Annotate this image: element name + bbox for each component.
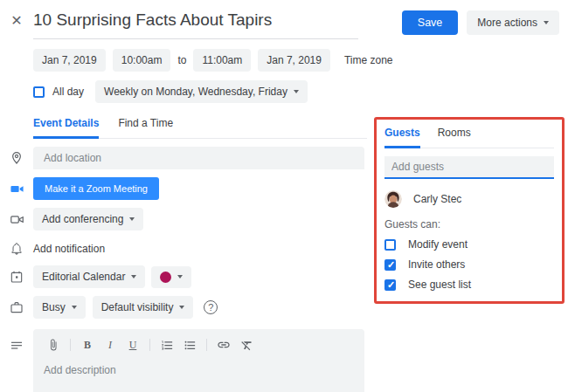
- description-placeholder[interactable]: Add description: [44, 364, 354, 376]
- add-notification-button[interactable]: Add notification: [33, 243, 105, 255]
- location-input[interactable]: [33, 147, 364, 169]
- end-date-chip[interactable]: Jan 7, 2019: [258, 49, 330, 72]
- bold-button[interactable]: B: [78, 336, 97, 354]
- chevron-down-icon: [544, 21, 549, 24]
- bell-icon: [0, 242, 33, 256]
- chevron-down-icon: [131, 275, 136, 279]
- description-lines-icon: [0, 338, 33, 352]
- calendar-icon: [0, 270, 33, 284]
- tab-find-a-time[interactable]: Find a Time: [118, 117, 173, 138]
- visibility-dropdown[interactable]: Default visibility: [93, 296, 194, 319]
- timezone-button[interactable]: Time zone: [344, 54, 393, 66]
- chevron-down-icon: [72, 306, 77, 309]
- video-camera-filled-icon: [0, 182, 33, 196]
- guests-can-label: Guests can:: [384, 218, 554, 230]
- busy-visibility-row: Busy Default visibility ?: [0, 296, 367, 319]
- allday-row: All day Weekly on Monday, Wednesday, Fri…: [33, 80, 568, 103]
- toolbar-separator: [206, 339, 207, 351]
- end-time-chip[interactable]: 11:00am: [193, 49, 251, 72]
- permission-label: Modify event: [408, 238, 468, 251]
- recurrence-value: Weekly on Monday, Wednesday, Friday: [104, 86, 287, 98]
- description-row: B I U: [0, 329, 367, 392]
- event-details-column: Event Details Find a Time Make it a Zoom…: [0, 117, 367, 392]
- insert-link-icon[interactable]: [214, 336, 233, 354]
- start-time-chip[interactable]: 10:00am: [113, 49, 171, 72]
- event-title-field[interactable]: 10 Surprising Facts About Tapirs: [33, 10, 358, 39]
- all-day-checkbox[interactable]: [33, 86, 45, 98]
- clear-formatting-icon[interactable]: [237, 336, 256, 354]
- event-title[interactable]: 10 Surprising Facts About Tapirs: [33, 10, 358, 30]
- header: ✕ 10 Surprising Facts About Tapirs Save …: [0, 0, 568, 39]
- visibility-label: Default visibility: [101, 301, 174, 313]
- zoom-meeting-row: Make it a Zoom Meeting: [0, 177, 367, 200]
- toolbar-separator: [149, 339, 150, 351]
- event-color-dot: [160, 272, 171, 283]
- detail-tabs: Event Details Find a Time: [33, 117, 367, 139]
- conferencing-label: Add conferencing: [42, 213, 123, 225]
- italic-button[interactable]: I: [100, 336, 120, 354]
- video-camera-outline-icon: [0, 212, 33, 227]
- underline-button[interactable]: U: [123, 336, 142, 354]
- see-guest-list-checkbox[interactable]: [384, 279, 396, 291]
- guests-panel-highlight: Guests Rooms Carly Stec Guests can: Modi…: [374, 117, 565, 304]
- description-editor[interactable]: B I U: [33, 329, 364, 392]
- guests-column: Guests Rooms Carly Stec Guests can: Modi…: [374, 117, 565, 304]
- modify-event-checkbox[interactable]: [384, 239, 396, 251]
- chevron-down-icon: [177, 275, 183, 279]
- chevron-down-icon: [294, 90, 299, 93]
- numbered-list-icon[interactable]: [157, 336, 177, 354]
- tab-guests[interactable]: Guests: [384, 127, 420, 148]
- permission-invite-others[interactable]: Invite others: [384, 258, 554, 271]
- add-guests-input[interactable]: [384, 156, 554, 179]
- tab-rooms[interactable]: Rooms: [438, 127, 471, 148]
- location-row: [0, 147, 367, 169]
- invite-others-checkbox[interactable]: [384, 259, 396, 271]
- bulleted-list-icon[interactable]: [180, 336, 199, 354]
- busy-dropdown[interactable]: Busy: [33, 296, 86, 319]
- all-day-label: All day: [52, 86, 84, 98]
- main: Event Details Find a Time Make it a Zoom…: [0, 117, 568, 392]
- attach-file-icon[interactable]: [44, 336, 63, 354]
- description-toolbar: B I U: [44, 336, 354, 354]
- chevron-down-icon: [129, 217, 135, 221]
- conferencing-row: Add conferencing: [0, 208, 367, 230]
- chevron-down-icon: [179, 306, 184, 309]
- more-actions-button[interactable]: More actions: [467, 10, 559, 35]
- save-button[interactable]: Save: [402, 10, 459, 35]
- permission-label: Invite others: [408, 258, 465, 271]
- tab-event-details[interactable]: Event Details: [33, 117, 99, 139]
- event-color-dropdown[interactable]: [151, 266, 191, 288]
- recurrence-dropdown[interactable]: Weekly on Monday, Wednesday, Friday: [95, 80, 308, 103]
- add-conferencing-dropdown[interactable]: Add conferencing: [33, 208, 143, 230]
- start-date-chip[interactable]: Jan 7, 2019: [33, 49, 106, 72]
- close-icon[interactable]: ✕: [9, 13, 24, 29]
- datetime-row: Jan 7, 2019 10:00am to 11:00am Jan 7, 20…: [33, 49, 568, 72]
- permission-modify-event[interactable]: Modify event: [384, 238, 554, 251]
- help-icon[interactable]: ?: [204, 300, 218, 314]
- make-zoom-meeting-button[interactable]: Make it a Zoom Meeting: [33, 177, 159, 200]
- permission-label: See guest list: [408, 279, 471, 291]
- calendar-select-dropdown[interactable]: Editorial Calendar: [33, 265, 145, 288]
- location-pin-icon: [0, 151, 33, 165]
- avatar: [384, 190, 402, 208]
- more-actions-label: More actions: [477, 17, 537, 29]
- notification-row: Add notification: [0, 242, 367, 256]
- guests-tabs: Guests Rooms: [384, 127, 554, 148]
- attendee-row: Carly Stec: [384, 190, 554, 208]
- calendar-select-label: Editorial Calendar: [42, 271, 125, 283]
- calendar-row: Editorial Calendar: [0, 265, 367, 288]
- to-label: to: [177, 54, 186, 66]
- briefcase-icon: [0, 300, 33, 314]
- attendee-name: Carly Stec: [413, 193, 461, 205]
- toolbar-separator: [70, 339, 71, 351]
- busy-label: Busy: [42, 301, 66, 313]
- permission-see-guest-list[interactable]: See guest list: [384, 279, 554, 291]
